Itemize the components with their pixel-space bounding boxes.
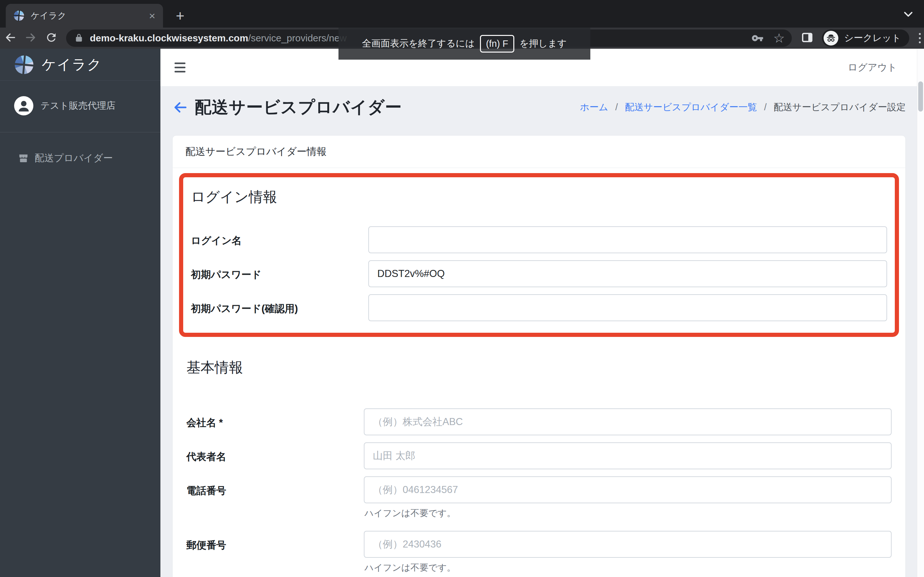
- breadcrumb-home[interactable]: ホーム: [580, 102, 608, 112]
- back-arrow-icon[interactable]: [172, 99, 188, 115]
- breadcrumb-separator: /: [615, 102, 618, 112]
- key-icon[interactable]: [751, 32, 764, 44]
- incognito-icon: [824, 31, 838, 45]
- breadcrumb: ホーム / 配送サービスプロバイダー一覧 / 配送サービスプロバイダー設定: [580, 101, 906, 114]
- field-help: ハイフンは不要です。: [365, 507, 892, 519]
- field-label: 郵便番号: [186, 531, 364, 552]
- new-tab-icon[interactable]: +: [176, 8, 184, 23]
- page-title: 配送サービスプロバイダー: [195, 96, 402, 119]
- form-row-initial-password: 初期パスワード: [191, 260, 887, 287]
- chevron-down-icon[interactable]: [903, 11, 914, 18]
- field-label: 電話番号: [186, 476, 364, 498]
- page-scrollbar[interactable]: [917, 49, 924, 577]
- form-row-postal: 郵便番号 ハイフンは不要です。: [186, 531, 892, 577]
- user-avatar-icon: [14, 96, 33, 115]
- sidebar-item-label: 配送プロバイダー: [35, 152, 113, 165]
- field-label: 初期パスワード: [191, 260, 368, 282]
- field-help: ハイフンは不要です。: [365, 562, 892, 574]
- close-tab-icon[interactable]: ×: [149, 10, 155, 21]
- initial-password-input[interactable]: [368, 260, 887, 287]
- provider-card: 配送サービスプロバイダー情報 ログイン情報 ログイン名 初期パスワード: [172, 135, 906, 577]
- field-label: 代表者名: [186, 442, 364, 464]
- card-title: 配送サービスプロバイダー情報: [173, 135, 905, 168]
- card-body: ログイン情報 ログイン名 初期パスワード 初期パスワード(確認用): [173, 168, 905, 577]
- sidebar: ケイラク テスト販売代理店 配送プロバイダー: [0, 49, 160, 577]
- browser-tab[interactable]: ケイラク ×: [6, 4, 163, 27]
- page-head: 配送サービスプロバイダー ホーム / 配送サービスプロバイダー一覧 / 配送サー…: [172, 96, 906, 119]
- field-label: 会社名 *: [186, 408, 364, 430]
- url-host: demo-kraku.clockwisesystem.com: [90, 33, 248, 43]
- content: 配送サービスプロバイダー ホーム / 配送サービスプロバイダー一覧 / 配送サー…: [160, 87, 924, 577]
- password-confirm-input[interactable]: [368, 294, 887, 321]
- toast-text-prefix: 全画面表示を終了するには: [362, 37, 475, 50]
- toast-key-label: (fn) F: [480, 35, 514, 53]
- store-icon: [18, 153, 29, 164]
- logout-link[interactable]: ログアウト: [848, 61, 897, 74]
- fullscreen-toast: 全画面表示を終了するには (fn) F を押します: [338, 27, 590, 60]
- url-path: /service_providers/new: [248, 33, 347, 43]
- field-label: 初期パスワード(確認用): [191, 294, 368, 316]
- sidebar-user[interactable]: テスト販売代理店: [0, 96, 160, 115]
- app-logo-icon: [14, 55, 34, 75]
- hamburger-icon[interactable]: [174, 63, 186, 73]
- browser-menu-icon[interactable]: [917, 31, 923, 45]
- basic-section: 基本情報 会社名 * 代表者名 電話番号: [179, 358, 899, 577]
- brand-name: ケイラク: [42, 55, 102, 74]
- app-window: ケイラク テスト販売代理店 配送プロバイダー ロ: [0, 49, 924, 577]
- toast-text-suffix: を押します: [519, 37, 567, 50]
- tab-title: ケイラク: [31, 10, 149, 21]
- forward-icon[interactable]: [21, 31, 41, 45]
- breadcrumb-separator: /: [764, 102, 766, 112]
- login-name-input[interactable]: [368, 226, 887, 253]
- browser-tab-strip: ケイラク × +: [0, 0, 924, 27]
- app-logo-icon: [13, 10, 24, 21]
- breadcrumb-current: 配送サービスプロバイダー設定: [774, 102, 906, 112]
- scrollbar-thumb[interactable]: [918, 81, 923, 111]
- sidebar-divider: [0, 132, 160, 132]
- side-panel-icon[interactable]: [801, 31, 814, 45]
- sidebar-item-providers[interactable]: 配送プロバイダー: [0, 152, 160, 165]
- field-label: ログイン名: [191, 226, 368, 247]
- company-name-input[interactable]: [364, 408, 892, 435]
- main-area: ログアウト 配送サービスプロバイダー ホーム / 配送サービスプロバイダー一覧 …: [160, 49, 924, 577]
- star-icon[interactable]: ☆: [773, 32, 785, 45]
- login-section-title: ログイン情報: [191, 187, 892, 206]
- brand[interactable]: ケイラク: [0, 49, 160, 81]
- form-row-representative: 代表者名: [186, 442, 892, 469]
- form-row-phone: 電話番号 ハイフンは不要です。: [186, 476, 892, 524]
- phone-number-input[interactable]: [364, 476, 892, 503]
- representative-name-input[interactable]: [364, 442, 892, 469]
- form-row-login-name: ログイン名: [191, 226, 887, 253]
- lock-icon: [74, 33, 84, 43]
- user-name: テスト販売代理店: [40, 99, 115, 112]
- basic-section-title: 基本情報: [186, 358, 892, 377]
- incognito-badge[interactable]: シークレット: [822, 29, 909, 47]
- form-row-password-confirm: 初期パスワード(確認用): [191, 294, 887, 321]
- postal-code-input[interactable]: [364, 531, 892, 558]
- breadcrumb-list[interactable]: 配送サービスプロバイダー一覧: [625, 102, 757, 112]
- login-section-highlight: ログイン情報 ログイン名 初期パスワード 初期パスワード(確認用): [179, 173, 899, 337]
- back-icon[interactable]: [0, 31, 21, 45]
- form-row-company: 会社名 *: [186, 408, 892, 435]
- incognito-label: シークレット: [844, 32, 901, 45]
- reload-icon[interactable]: [41, 31, 61, 45]
